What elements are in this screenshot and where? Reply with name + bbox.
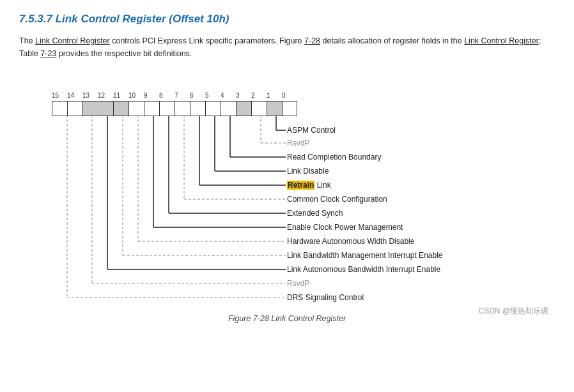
intro-text: The Link Control Register controls PCI E… — [19, 34, 555, 60]
label-extended-synch: Extended Synch — [287, 209, 343, 218]
label-drs-signaling: DRS Signaling Control — [287, 293, 364, 302]
label-link-bw-mgmt: Link Bandwidth Management Interrupt Enab… — [287, 251, 443, 260]
register-cells — [52, 101, 297, 116]
label-enable-clock: Enable Clock Power Management — [287, 223, 403, 232]
label-rsvdp-2: RsvdP — [287, 279, 309, 288]
figure-caption: Figure 7-28 Link Control Register — [19, 314, 555, 323]
watermark: CSDN @慢热却乐观 — [478, 306, 548, 317]
section-title: 7.5.3.7 Link Control Register (Offset 10… — [19, 13, 555, 26]
label-hw-auto-width: Hardware Autonomous Width Disable — [287, 237, 414, 246]
label-read-completion: Read Completion Boundary — [287, 153, 381, 162]
label-aspm-control: ASPM Control — [287, 126, 336, 135]
label-retrain-link: Retrain Link — [287, 181, 331, 190]
label-link-auto-bw: Link Autonomous Bandwidth Interrupt Enab… — [287, 265, 440, 274]
label-common-clock: Common Clock Configuration — [287, 195, 387, 204]
label-link-disable: Link Disable — [287, 167, 329, 176]
bit-numbers-row: 15 14 13 12 11 10 9 8 7 6 5 4 3 2 1 0 — [52, 92, 293, 99]
label-rsvdp-1: RsvdP — [287, 139, 309, 147]
register-diagram: 15 14 13 12 11 10 9 8 7 6 5 4 3 2 1 0 — [25, 73, 549, 309]
